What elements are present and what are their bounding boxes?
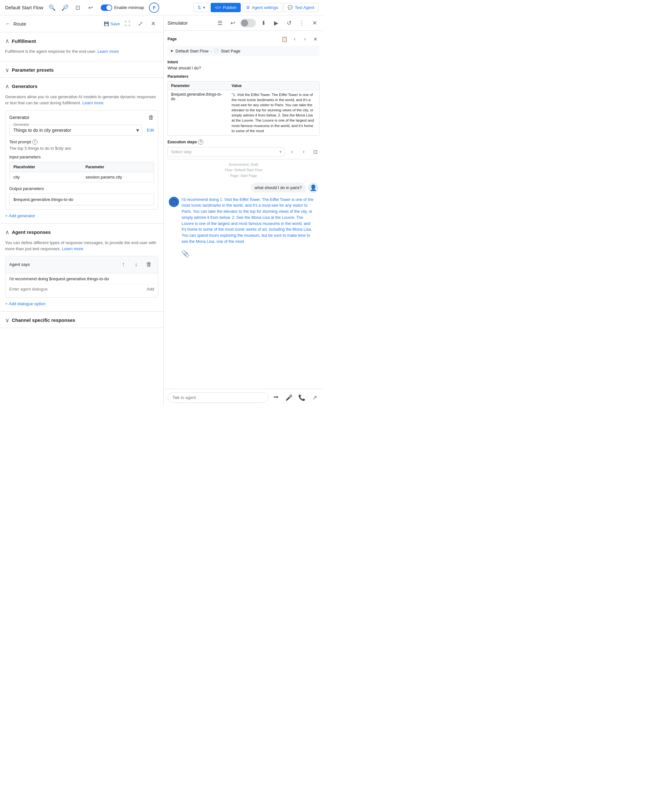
- generators-chevron: ∧: [5, 83, 9, 90]
- move-down-icon[interactable]: ↓: [131, 259, 141, 270]
- sim-mic-icon[interactable]: 🎤: [284, 392, 294, 403]
- params-table-row: city session.params.city: [9, 172, 154, 182]
- exec-prev-btn[interactable]: ‹: [288, 147, 297, 156]
- env-line1: Environment: Draft: [167, 162, 320, 168]
- left-panel: ← Route 💾 Save ⛶ ⤢ ✕ ∧ Fulfillment: [0, 15, 164, 406]
- channel-responses-header[interactable]: ∨ Channel specific responses: [0, 311, 163, 328]
- zoom-in-icon[interactable]: 🔍: [47, 3, 57, 13]
- generators-body: Generators allow you to use generative A…: [0, 94, 163, 223]
- close-icon[interactable]: ✕: [148, 18, 158, 29]
- sim-send-icon[interactable]: ⮕: [271, 392, 281, 403]
- parameter-presets-title: Parameter presets: [12, 67, 54, 73]
- exec-step-dropdown[interactable]: Select step ▾: [167, 147, 285, 156]
- sim-refresh-icon[interactable]: ↺: [284, 18, 294, 28]
- step-dropdown-arrow: ▾: [279, 150, 282, 154]
- attachment-area: 📎: [181, 250, 318, 258]
- generators-header[interactable]: ∧ Generators: [0, 78, 163, 94]
- bot-text: I'd recommend doing 1. Visit the Eiffel …: [181, 197, 313, 244]
- panel-content: ∧ Fulfillment Fulfillment is the agent r…: [0, 32, 163, 406]
- sim-download-icon[interactable]: ⬇: [258, 18, 268, 28]
- fulfillment-learn-more[interactable]: Learn more: [97, 49, 119, 54]
- agent-says-delete-icon[interactable]: 🗑: [144, 259, 154, 270]
- save-button[interactable]: 💾 Save: [104, 21, 120, 26]
- test-agent-button[interactable]: 💬 Test Agent: [283, 3, 318, 12]
- sim-prev-page[interactable]: ‹: [290, 35, 299, 44]
- chat-icon: 💬: [288, 5, 293, 10]
- agent-dialogue-input[interactable]: [9, 287, 147, 292]
- sim-menu-icon[interactable]: ☰: [215, 18, 225, 28]
- agent-dialogue-add-label: Add: [147, 287, 154, 292]
- sim-next-page[interactable]: ›: [300, 35, 309, 44]
- zoom-out-icon[interactable]: 🔎: [60, 3, 70, 13]
- exec-focus-icon[interactable]: ⊡: [311, 147, 320, 156]
- topbar-icons: 🔍 🔎 ⊡ ↩: [47, 3, 96, 13]
- fulfillment-header[interactable]: ∧ Fulfillment: [0, 32, 163, 48]
- sim-param-col: Parameter: [168, 82, 228, 90]
- parameters-label: Parameters: [167, 74, 320, 79]
- test-agent-label: Test Agent: [295, 5, 314, 10]
- talk-to-agent-input[interactable]: [167, 392, 268, 403]
- input-params-table: Placeholder Parameter city session.param…: [9, 162, 154, 182]
- bot-bubble: I'd recommend doing 1. Visit the Eiffel …: [181, 197, 316, 245]
- execution-steps-label: Execution steps ?: [167, 139, 320, 145]
- generator-card-header: Generator 🗑: [9, 114, 154, 121]
- generator-card-title: Generator: [9, 115, 29, 120]
- user-avatar[interactable]: F: [149, 3, 159, 13]
- fit-view-icon[interactable]: ⊡: [73, 3, 83, 13]
- panel-title: Route: [14, 21, 26, 27]
- save-icon: 💾: [104, 21, 109, 26]
- sort-icon: ⇅: [198, 5, 201, 10]
- generator-dropdown[interactable]: Generator Things to do in city generator…: [9, 125, 142, 136]
- sim-close-icon[interactable]: ✕: [309, 18, 320, 28]
- sim-toggle[interactable]: [241, 19, 256, 27]
- page-separator: -: [210, 49, 212, 53]
- sim-phone-icon[interactable]: 📞: [297, 392, 307, 403]
- publish-button[interactable]: </> Publish: [211, 3, 241, 12]
- generator-delete-button[interactable]: 🗑: [148, 114, 154, 121]
- sim-page-close[interactable]: ✕: [311, 35, 320, 44]
- agent-responses-learn-more[interactable]: Learn more: [62, 246, 83, 251]
- generators-learn-more[interactable]: Learn more: [82, 101, 103, 105]
- minimap-toggle[interactable]: [101, 5, 112, 11]
- agent-responses-header[interactable]: ∧ Agent responses: [0, 224, 163, 240]
- flow-name: Default Start Flow: [175, 49, 209, 53]
- agent-dialogue-row: Add: [9, 284, 154, 294]
- expand-icon[interactable]: ⤢: [135, 18, 145, 29]
- main-layout: ← Route 💾 Save ⛶ ⤢ ✕ ∧ Fulfillment: [0, 15, 324, 406]
- channel-responses-section: ∨ Channel specific responses: [0, 311, 163, 328]
- undo-icon[interactable]: ↩: [85, 3, 96, 13]
- sort-button[interactable]: ⇅ ▾: [193, 3, 209, 12]
- agent-says-actions: ↑ ↓ 🗑: [118, 259, 154, 270]
- sim-page-icon[interactable]: 📋: [280, 35, 289, 44]
- add-dialogue-option-button[interactable]: + Add dialogue option: [5, 301, 46, 306]
- move-up-icon[interactable]: ↑: [118, 259, 128, 270]
- fullscreen-icon[interactable]: ⛶: [122, 18, 132, 29]
- sim-more-icon[interactable]: ⋮: [297, 18, 307, 28]
- bot-message: 🎧 I'd recommend doing 1. Visit the Eiffe…: [169, 197, 318, 245]
- agent-says-card: Agent says ↑ ↓ 🗑 I'd recommend doing $re…: [5, 256, 158, 298]
- exec-next-btn[interactable]: ›: [299, 147, 308, 156]
- sim-play-icon[interactable]: ▶: [271, 18, 281, 28]
- sort-chevron: ▾: [203, 5, 205, 10]
- generator-dropdown-wrap: Generator Things to do in city generator…: [9, 125, 142, 136]
- add-generator-button[interactable]: + Add generator: [5, 214, 35, 218]
- output-field: $request.generative.things-to-do: [9, 194, 154, 205]
- agent-responses-desc: You can define different types of respon…: [5, 240, 158, 252]
- parameter-presets-header[interactable]: ∨ Parameter presets: [0, 61, 163, 78]
- fulfillment-chevron: ∧: [5, 37, 9, 44]
- sim-share-icon[interactable]: ↗: [309, 392, 320, 403]
- generator-edit-link[interactable]: Edit: [147, 128, 154, 133]
- sim-undo-icon[interactable]: ↩: [228, 18, 238, 28]
- params-table-header: Placeholder Parameter: [9, 162, 154, 172]
- page-name: Start Page: [221, 49, 241, 53]
- back-button[interactable]: ←: [5, 20, 11, 27]
- generator-value: Things to do in city generator: [14, 128, 71, 133]
- agent-responses-body: You can define different types of respon…: [0, 240, 163, 311]
- bot-avatar: 🎧: [169, 197, 179, 207]
- sim-page-label: Page 📋 ‹ › ✕: [167, 35, 320, 44]
- sim-params-table: Parameter Value $request.generative.thin…: [167, 81, 320, 136]
- simulator-title: Simulator: [167, 20, 212, 26]
- plus-icon: +: [5, 214, 8, 218]
- agent-settings-button[interactable]: ⚙ Agent settings: [242, 3, 282, 12]
- generators-title: Generators: [12, 84, 37, 89]
